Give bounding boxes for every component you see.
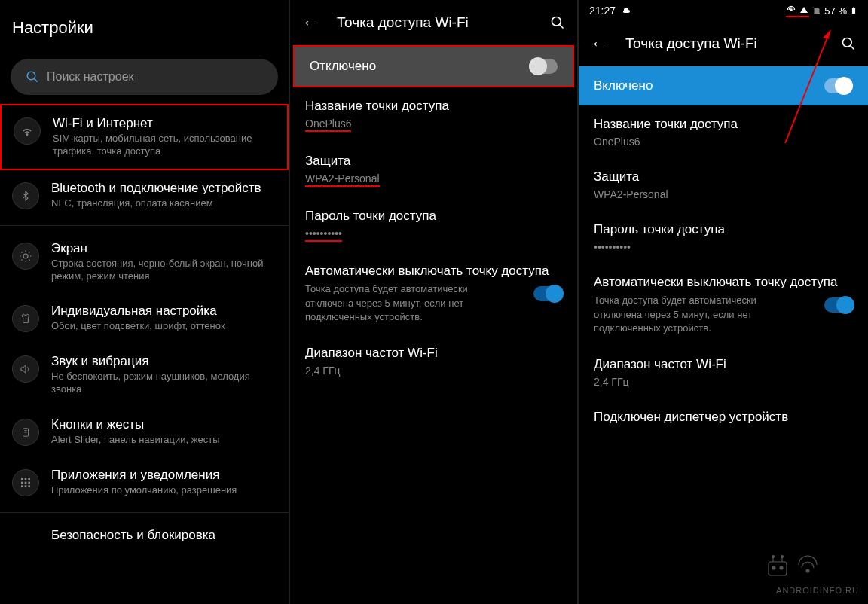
item-sub: Alert Slider, панель навигации, жесты (51, 434, 277, 447)
setting-hotspot-name[interactable]: Название точки доступа OnePlus6 (579, 105, 868, 158)
search-input[interactable]: Поиск настроек (11, 59, 278, 95)
item-title: Безопасность и блокировка (51, 528, 277, 543)
toggle-switch[interactable] (824, 78, 853, 93)
setting-band[interactable]: Диапазон частот Wi-Fi 2,4 ГГц (579, 346, 868, 398)
svg-point-32 (781, 556, 784, 558)
divider (0, 225, 289, 226)
item-sub: Обои, цвет подсветки, шрифт, оттенок (51, 320, 277, 333)
toggle-label: Отключено (310, 59, 529, 74)
hotspot-toggle-row[interactable]: Включено (579, 66, 868, 105)
svg-rect-9 (28, 478, 30, 480)
setting-label: Подключен диспетчер устройств (594, 409, 853, 426)
toggle-switch[interactable] (533, 286, 562, 301)
panel-hotspot-on: 21:27 57 % ← Точка доступа Wi-Fi Включен… (579, 0, 868, 604)
sidebar-item-security[interactable]: Безопасность и блокировка (0, 517, 289, 555)
svg-point-18 (790, 9, 792, 11)
sidebar-item-sound[interactable]: Звук и вибрация Не беспокоить, режим нау… (0, 343, 289, 407)
search-placeholder: Поиск настроек (47, 70, 134, 84)
svg-point-28 (780, 566, 783, 569)
setting-value: 2,4 ГГц (305, 365, 562, 377)
item-title: Wi-Fi и Интернет (53, 116, 275, 131)
svg-point-27 (772, 566, 775, 569)
setting-label: Защита (305, 153, 562, 169)
buttons-icon (12, 419, 39, 446)
hotspot-toggle-row[interactable]: Отключено (295, 47, 573, 86)
svg-point-33 (806, 569, 809, 572)
svg-rect-8 (25, 478, 27, 480)
svg-rect-12 (28, 482, 30, 484)
setting-label: Автоматически выключать точку доступа (305, 263, 562, 279)
svg-line-23 (851, 46, 854, 50)
item-sub: Приложения по умолчанию, разрешения (51, 484, 277, 497)
item-title: Звук и вибрация (51, 354, 277, 369)
page-title: Настройки (0, 0, 289, 50)
signal-icon (799, 5, 809, 14)
watermark-text: ANDROIDINFO.RU (776, 586, 859, 595)
header: ← Точка доступа Wi-Fi (579, 21, 868, 66)
item-title: Кнопки и жесты (51, 417, 277, 432)
setting-security[interactable]: Защита WPA2-Personal (290, 142, 577, 197)
item-title: Приложения и уведомления (51, 468, 277, 483)
setting-band[interactable]: Диапазон частот Wi-Fi 2,4 ГГц (290, 334, 577, 387)
setting-hotspot-name[interactable]: Название точки доступа OnePlus6 (290, 87, 577, 142)
sidebar-item-customize[interactable]: Индивидуальная настройка Обои, цвет подс… (0, 293, 289, 343)
bluetooth-icon (12, 182, 39, 209)
hotspot-icon (786, 5, 796, 15)
battery-text: 57 % (824, 5, 847, 17)
status-time: 21:27 (589, 5, 616, 17)
setting-value: OnePlus6 (594, 136, 853, 148)
search-icon (26, 70, 39, 84)
wifi-icon (14, 117, 41, 145)
item-title: Bluetooth и подключение устройств (51, 181, 277, 196)
toggle-switch[interactable] (529, 59, 558, 74)
setting-value: WPA2-Personal (594, 188, 853, 200)
setting-label: Пароль точки доступа (594, 221, 853, 238)
back-icon[interactable]: ← (591, 34, 607, 53)
setting-auto-off[interactable]: Автоматически выключать точку доступа То… (579, 264, 868, 346)
header-title: Точка доступа Wi-Fi (337, 14, 550, 31)
item-sub: Строка состояния, черно-белый экран, ноч… (51, 258, 277, 283)
setting-security[interactable]: Защита WPA2-Personal (579, 158, 868, 211)
setting-label: Защита (594, 169, 853, 185)
item-sub: SIM-карты, мобильная сеть, использование… (53, 133, 275, 158)
apps-icon (12, 469, 39, 496)
highlight-box: Отключено (293, 45, 574, 87)
svg-rect-20 (852, 8, 855, 14)
setting-auto-off[interactable]: Автоматически выключать точку доступа То… (290, 252, 577, 334)
svg-rect-26 (769, 562, 787, 575)
watermark-robot-icon (763, 551, 823, 581)
sidebar-item-wifi[interactable]: Wi-Fi и Интернет SIM-карты, мобильная се… (0, 104, 289, 170)
tshirt-icon (12, 305, 39, 332)
setting-sub: Точка доступа будет автоматически отключ… (305, 282, 516, 324)
svg-rect-15 (28, 485, 30, 487)
setting-value: •••••••••• (594, 241, 853, 253)
search-icon[interactable] (841, 36, 856, 51)
panel-hotspot-off: ← Точка доступа Wi-Fi Отключено Название… (290, 0, 579, 604)
sidebar-item-apps[interactable]: Приложения и уведомления Приложения по у… (0, 457, 289, 508)
sound-icon (12, 355, 39, 383)
svg-rect-10 (21, 482, 23, 484)
svg-point-0 (27, 72, 35, 80)
panel-settings-main: Настройки Поиск настроек Wi-Fi и Интерне… (0, 0, 290, 604)
search-icon[interactable] (550, 15, 565, 30)
sidebar-item-bluetooth[interactable]: Bluetooth и подключение устройств NFC, т… (0, 170, 289, 221)
toggle-label: Включено (594, 78, 824, 93)
setting-value: •••••••••• (305, 227, 562, 242)
svg-line-17 (560, 25, 564, 29)
sidebar-item-display[interactable]: Экран Строка состояния, черно-белый экра… (0, 230, 289, 294)
setting-label: Название точки доступа (594, 116, 853, 133)
svg-line-1 (34, 78, 38, 82)
back-icon[interactable]: ← (302, 13, 319, 32)
header-title: Точка доступа Wi-Fi (625, 35, 841, 52)
toggle-switch[interactable] (824, 297, 853, 313)
status-highlighted (786, 4, 810, 18)
setting-label: Диапазон частот Wi-Fi (305, 345, 562, 361)
setting-label: Название точки доступа (305, 98, 562, 114)
item-sub: NFC, трансляция, оплата касанием (51, 197, 277, 210)
setting-label: Автоматически выключать точку доступа (594, 274, 853, 291)
setting-password[interactable]: Пароль точки доступа •••••••••• (290, 197, 577, 252)
svg-point-22 (843, 38, 852, 47)
sidebar-item-buttons[interactable]: Кнопки и жесты Alert Slider, панель нави… (0, 407, 289, 457)
setting-device-manager[interactable]: Подключен диспетчер устройств (579, 398, 868, 439)
setting-password[interactable]: Пароль точки доступа •••••••••• (579, 211, 868, 264)
